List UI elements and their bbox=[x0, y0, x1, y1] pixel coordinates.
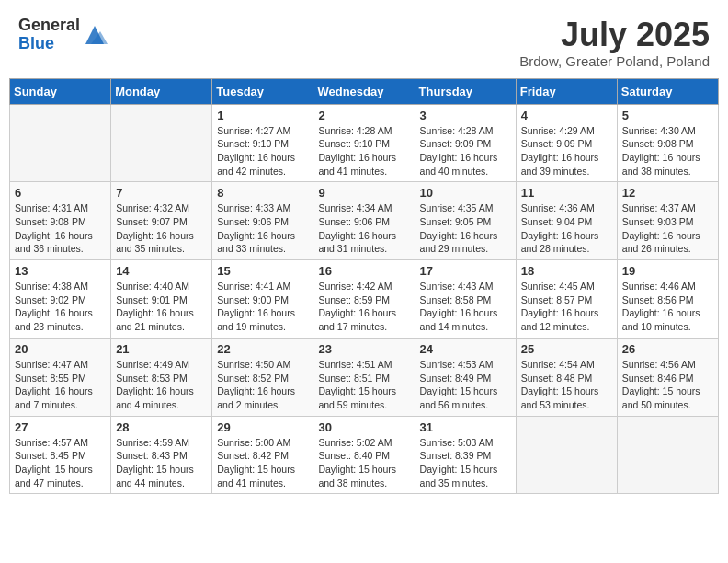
day-number: 1 bbox=[217, 109, 308, 122]
day-number: 7 bbox=[116, 186, 207, 200]
calendar-cell: 19Sunrise: 4:46 AM Sunset: 8:56 PM Dayli… bbox=[617, 260, 718, 339]
calendar-week-row: 13Sunrise: 4:38 AM Sunset: 9:02 PM Dayli… bbox=[10, 260, 719, 339]
calendar-cell: 6Sunrise: 4:31 AM Sunset: 9:08 PM Daylig… bbox=[10, 182, 111, 260]
calendar-cell: 29Sunrise: 5:00 AM Sunset: 8:42 PM Dayli… bbox=[212, 416, 313, 494]
calendar-cell: 1Sunrise: 4:27 AM Sunset: 9:10 PM Daylig… bbox=[212, 104, 313, 182]
cell-info: Sunrise: 4:37 AM Sunset: 9:03 PM Dayligh… bbox=[622, 201, 713, 256]
cell-info: Sunrise: 4:30 AM Sunset: 9:08 PM Dayligh… bbox=[622, 124, 713, 178]
cell-info: Sunrise: 5:02 AM Sunset: 8:40 PM Dayligh… bbox=[318, 436, 409, 490]
day-of-week-header: Wednesday bbox=[313, 78, 415, 104]
calendar-week-row: 27Sunrise: 4:57 AM Sunset: 8:45 PM Dayli… bbox=[10, 416, 719, 494]
calendar-cell: 27Sunrise: 4:57 AM Sunset: 8:45 PM Dayli… bbox=[10, 416, 111, 494]
day-number: 27 bbox=[15, 420, 106, 434]
month-year-title: July 2025 bbox=[519, 17, 710, 53]
calendar-cell: 14Sunrise: 4:40 AM Sunset: 9:01 PM Dayli… bbox=[111, 260, 212, 339]
calendar-table: SundayMondayTuesdayWednesdayThursdayFrid… bbox=[9, 78, 719, 495]
cell-info: Sunrise: 4:42 AM Sunset: 8:59 PM Dayligh… bbox=[318, 280, 409, 334]
calendar-cell: 10Sunrise: 4:35 AM Sunset: 9:05 PM Dayli… bbox=[415, 182, 516, 260]
calendar-cell bbox=[617, 416, 718, 494]
day-number: 22 bbox=[217, 342, 308, 356]
cell-info: Sunrise: 4:40 AM Sunset: 9:01 PM Dayligh… bbox=[116, 280, 207, 334]
cell-info: Sunrise: 4:36 AM Sunset: 9:04 PM Dayligh… bbox=[521, 201, 612, 256]
day-number: 23 bbox=[318, 342, 409, 356]
day-of-week-header: Monday bbox=[111, 78, 212, 104]
day-number: 4 bbox=[521, 109, 612, 122]
calendar-cell bbox=[516, 416, 617, 494]
calendar-cell: 28Sunrise: 4:59 AM Sunset: 8:43 PM Dayli… bbox=[111, 416, 212, 494]
calendar-cell: 2Sunrise: 4:28 AM Sunset: 9:10 PM Daylig… bbox=[313, 104, 415, 182]
day-number: 6 bbox=[15, 186, 106, 200]
calendar-week-row: 6Sunrise: 4:31 AM Sunset: 9:08 PM Daylig… bbox=[10, 182, 719, 260]
calendar-cell: 31Sunrise: 5:03 AM Sunset: 8:39 PM Dayli… bbox=[415, 416, 516, 494]
day-number: 13 bbox=[15, 264, 106, 278]
cell-info: Sunrise: 4:53 AM Sunset: 8:49 PM Dayligh… bbox=[420, 358, 511, 412]
day-number: 5 bbox=[622, 109, 713, 122]
calendar-cell: 13Sunrise: 4:38 AM Sunset: 9:02 PM Dayli… bbox=[10, 260, 111, 339]
calendar-cell: 3Sunrise: 4:28 AM Sunset: 9:09 PM Daylig… bbox=[415, 104, 516, 182]
calendar-week-row: 20Sunrise: 4:47 AM Sunset: 8:55 PM Dayli… bbox=[10, 338, 719, 416]
cell-info: Sunrise: 4:28 AM Sunset: 9:10 PM Dayligh… bbox=[318, 124, 409, 178]
logo-text: General Blue bbox=[18, 17, 80, 53]
cell-info: Sunrise: 4:50 AM Sunset: 8:52 PM Dayligh… bbox=[217, 358, 308, 412]
day-number: 26 bbox=[622, 342, 713, 356]
cell-info: Sunrise: 4:41 AM Sunset: 9:00 PM Dayligh… bbox=[217, 280, 308, 334]
day-number: 25 bbox=[521, 342, 612, 356]
day-of-week-header: Saturday bbox=[617, 78, 718, 104]
day-number: 10 bbox=[420, 186, 511, 200]
day-number: 15 bbox=[217, 264, 308, 278]
day-number: 11 bbox=[521, 186, 612, 200]
cell-info: Sunrise: 4:43 AM Sunset: 8:58 PM Dayligh… bbox=[420, 280, 511, 334]
day-number: 28 bbox=[116, 420, 207, 434]
day-number: 18 bbox=[521, 264, 612, 278]
cell-info: Sunrise: 4:32 AM Sunset: 9:07 PM Dayligh… bbox=[116, 201, 207, 256]
day-number: 20 bbox=[15, 342, 106, 356]
day-number: 12 bbox=[622, 186, 713, 200]
location-subtitle: Brdow, Greater Poland, Poland bbox=[519, 53, 710, 69]
calendar-cell: 8Sunrise: 4:33 AM Sunset: 9:06 PM Daylig… bbox=[212, 182, 313, 260]
cell-info: Sunrise: 4:56 AM Sunset: 8:46 PM Dayligh… bbox=[622, 358, 713, 412]
calendar-cell: 12Sunrise: 4:37 AM Sunset: 9:03 PM Dayli… bbox=[617, 182, 718, 260]
title-section: July 2025 Brdow, Greater Poland, Poland bbox=[519, 17, 710, 69]
calendar-cell: 18Sunrise: 4:45 AM Sunset: 8:57 PM Dayli… bbox=[516, 260, 617, 339]
calendar-cell: 26Sunrise: 4:56 AM Sunset: 8:46 PM Dayli… bbox=[617, 338, 718, 416]
calendar-cell: 23Sunrise: 4:51 AM Sunset: 8:51 PM Dayli… bbox=[313, 338, 415, 416]
cell-info: Sunrise: 4:54 AM Sunset: 8:48 PM Dayligh… bbox=[521, 358, 612, 412]
calendar-cell: 30Sunrise: 5:02 AM Sunset: 8:40 PM Dayli… bbox=[313, 416, 415, 494]
calendar-cell: 7Sunrise: 4:32 AM Sunset: 9:07 PM Daylig… bbox=[111, 182, 212, 260]
cell-info: Sunrise: 4:49 AM Sunset: 8:53 PM Dayligh… bbox=[116, 358, 207, 412]
cell-info: Sunrise: 4:29 AM Sunset: 9:09 PM Dayligh… bbox=[521, 124, 612, 178]
logo-general: General bbox=[18, 17, 80, 35]
cell-info: Sunrise: 4:51 AM Sunset: 8:51 PM Dayligh… bbox=[318, 358, 409, 412]
day-number: 24 bbox=[420, 342, 511, 356]
cell-info: Sunrise: 4:27 AM Sunset: 9:10 PM Dayligh… bbox=[217, 124, 308, 178]
day-of-week-header: Sunday bbox=[10, 78, 111, 104]
day-of-week-header: Tuesday bbox=[212, 78, 313, 104]
day-number: 21 bbox=[116, 342, 207, 356]
calendar-header-row: SundayMondayTuesdayWednesdayThursdayFrid… bbox=[10, 78, 719, 104]
calendar-week-row: 1Sunrise: 4:27 AM Sunset: 9:10 PM Daylig… bbox=[10, 104, 719, 182]
cell-info: Sunrise: 4:31 AM Sunset: 9:08 PM Dayligh… bbox=[15, 201, 106, 256]
calendar-cell: 9Sunrise: 4:34 AM Sunset: 9:06 PM Daylig… bbox=[313, 182, 415, 260]
calendar-cell bbox=[10, 104, 111, 182]
cell-info: Sunrise: 4:46 AM Sunset: 8:56 PM Dayligh… bbox=[622, 280, 713, 334]
calendar-cell: 20Sunrise: 4:47 AM Sunset: 8:55 PM Dayli… bbox=[10, 338, 111, 416]
cell-info: Sunrise: 5:00 AM Sunset: 8:42 PM Dayligh… bbox=[217, 436, 308, 490]
day-number: 3 bbox=[420, 109, 511, 122]
day-number: 8 bbox=[217, 186, 308, 200]
cell-info: Sunrise: 4:38 AM Sunset: 9:02 PM Dayligh… bbox=[15, 280, 106, 334]
calendar-cell: 11Sunrise: 4:36 AM Sunset: 9:04 PM Dayli… bbox=[516, 182, 617, 260]
cell-info: Sunrise: 4:28 AM Sunset: 9:09 PM Dayligh… bbox=[420, 124, 511, 178]
logo-blue: Blue bbox=[18, 35, 80, 53]
cell-info: Sunrise: 5:03 AM Sunset: 8:39 PM Dayligh… bbox=[420, 436, 511, 490]
day-of-week-header: Friday bbox=[516, 78, 617, 104]
page-header: General Blue July 2025 Brdow, Greater Po… bbox=[9, 9, 719, 73]
cell-info: Sunrise: 4:47 AM Sunset: 8:55 PM Dayligh… bbox=[15, 358, 106, 412]
day-of-week-header: Thursday bbox=[415, 78, 516, 104]
cell-info: Sunrise: 4:57 AM Sunset: 8:45 PM Dayligh… bbox=[15, 436, 106, 490]
calendar-cell: 15Sunrise: 4:41 AM Sunset: 9:00 PM Dayli… bbox=[212, 260, 313, 339]
day-number: 30 bbox=[318, 420, 409, 434]
logo-icon bbox=[82, 22, 108, 48]
cell-info: Sunrise: 4:33 AM Sunset: 9:06 PM Dayligh… bbox=[217, 201, 308, 256]
day-number: 2 bbox=[318, 109, 409, 122]
calendar-cell: 16Sunrise: 4:42 AM Sunset: 8:59 PM Dayli… bbox=[313, 260, 415, 339]
